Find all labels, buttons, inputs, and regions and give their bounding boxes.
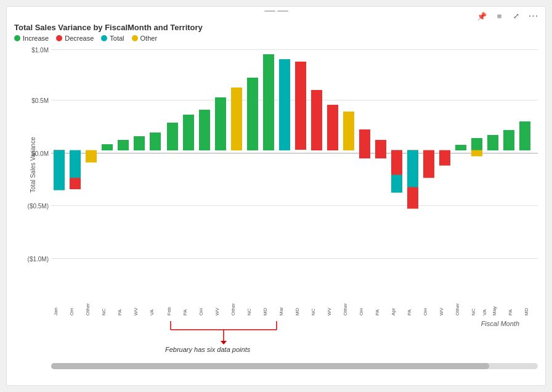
- bars-svg: [51, 44, 538, 285]
- xlabel-pa1: PA: [117, 309, 123, 316]
- y-tick-n1m: ($1.0M): [15, 256, 49, 263]
- drag-handle[interactable]: [264, 10, 288, 12]
- xlabel-va2: VA: [482, 309, 487, 316]
- xlabel-nc3: NC: [310, 308, 316, 316]
- x-labels-svg: Jan OH Other NC PA WV VA Feb PA OH WV Ot…: [51, 285, 538, 319]
- fiscal-month-label: Fiscal Month: [481, 320, 519, 327]
- bar-pa-mar: [375, 140, 386, 158]
- legend-label-decrease: Decrease: [65, 35, 94, 42]
- xlabel-md3: MD: [524, 308, 529, 316]
- xlabel-oh4: OH: [423, 308, 428, 316]
- xlabel-md1: MD: [262, 308, 268, 316]
- bar-nc-mar: [311, 90, 322, 150]
- bar-pa-feb: [183, 115, 194, 150]
- xlabel-nc1: NC: [101, 308, 107, 316]
- xlabel-nc2: NC: [246, 308, 252, 316]
- y-tick-0m: $0.0M: [15, 150, 49, 157]
- y-tick-1m: $1.0M: [15, 47, 49, 54]
- scrollbar-thumb[interactable]: [51, 363, 489, 369]
- arrow-head: [221, 341, 227, 345]
- bar-apr-total: [407, 150, 418, 187]
- feb-annotation-label: February has six data points: [165, 346, 250, 353]
- legend-other: Other: [132, 35, 158, 42]
- bar-jan-total2: [54, 150, 65, 190]
- bar-may: [487, 135, 498, 150]
- xlabel-pa2: PA: [182, 309, 188, 316]
- legend-dot-other: [132, 35, 138, 41]
- xlabel-md2: MD: [294, 308, 300, 316]
- legend-total: Total: [101, 35, 124, 42]
- legend-decrease: Decrease: [56, 35, 94, 42]
- xlabel-jan: Jan: [53, 308, 59, 316]
- bar-md-mar: [295, 62, 306, 150]
- xlabel-apr: Apr: [391, 308, 396, 316]
- pin-icon[interactable]: 📌: [476, 10, 487, 22]
- bar-pa-apr-r: [391, 150, 402, 175]
- legend-dot-decrease: [56, 35, 62, 41]
- xlabel-other4: Other: [455, 303, 460, 316]
- bar-md-feb: [263, 54, 274, 150]
- bar-other-mar: [343, 112, 354, 150]
- legend-dot-total: [101, 35, 107, 41]
- bar-feb: [167, 123, 178, 150]
- legend-label-total: Total: [110, 35, 124, 42]
- legend-label-other: Other: [140, 35, 158, 42]
- xlabel-pa4: PA: [407, 309, 412, 316]
- legend-label-increase: Increase: [23, 35, 49, 42]
- xlabel-oh3: OH: [359, 308, 364, 316]
- xlabel-mar: Mar: [278, 307, 284, 316]
- xlabel-wv1: WV: [133, 307, 139, 316]
- x-axis-labels: Jan OH Other NC PA WV VA Feb PA OH WV Ot…: [51, 285, 538, 319]
- y-axis-label: Total Sales Variance: [30, 137, 36, 192]
- more-icon[interactable]: ···: [528, 10, 539, 22]
- xlabel-wv4: WV: [439, 307, 444, 316]
- bar-nc1: [102, 144, 113, 150]
- bar-other1: [86, 150, 97, 163]
- bar-pa1: [118, 140, 129, 150]
- bar-oh-total: [70, 150, 81, 178]
- top-bar: [7, 10, 545, 12]
- bar-nc-feb: [247, 78, 258, 150]
- chart-inner: $1.0M $0.5M $0.0M ($0.5M) ($1.0M): [51, 44, 538, 285]
- scrollbar-track[interactable]: [51, 363, 538, 369]
- filter-icon[interactable]: ≡: [493, 10, 505, 22]
- xlabel-feb: Feb: [166, 307, 172, 316]
- annotation-area: Fiscal Month February has six data point…: [51, 319, 538, 362]
- xlabel-other2: Other: [230, 303, 236, 316]
- xlabel-other1: Other: [85, 303, 91, 316]
- expand-icon[interactable]: ⤢: [511, 10, 522, 22]
- bar-va1: [150, 133, 161, 150]
- bar-oh-feb: [199, 110, 210, 150]
- bar-wv-apr: [423, 150, 434, 178]
- bar-other-apr: [439, 150, 450, 166]
- bar-wv-mar: [327, 105, 338, 150]
- bar-other-va: [471, 150, 482, 157]
- bar-wv-feb: [215, 97, 226, 150]
- bar-pa-may: [503, 130, 514, 150]
- chart-title: Total Sales Variance by FiscalMonth and …: [14, 23, 538, 32]
- y-tick-05m: $0.5M: [15, 97, 49, 104]
- bar-va-apr: [471, 138, 482, 150]
- y-tick-n05m: ($0.5M): [15, 203, 49, 210]
- top-right-icons: 📌 ≡ ⤢ ···: [476, 10, 539, 22]
- legend-increase: Increase: [14, 35, 49, 42]
- xlabel-oh1: OH: [69, 308, 75, 316]
- bar-oh-mar: [359, 129, 370, 158]
- bar-md-may: [519, 121, 530, 150]
- xlabel-wv3: WV: [327, 307, 332, 316]
- bar-nc-apr: [455, 145, 466, 150]
- xlabel-may: May: [492, 306, 497, 316]
- legend-dot-increase: [14, 35, 20, 41]
- xlabel-wv2: WV: [214, 307, 220, 316]
- xlabel-va1: VA: [149, 309, 155, 316]
- xlabel-pa5: PA: [508, 309, 513, 316]
- xlabel-other3: Other: [343, 303, 348, 316]
- xlabel-pa3: PA: [375, 309, 380, 316]
- bar-other-feb: [231, 88, 242, 150]
- bar-wv1: [134, 136, 145, 150]
- bar-mar: [279, 59, 290, 150]
- xlabel-oh2: OH: [198, 308, 204, 316]
- legend: Increase Decrease Total Other: [14, 35, 538, 42]
- xlabel-nc4: NC: [471, 308, 476, 316]
- card: 📌 ≡ ⤢ ··· Total Sales Variance by Fiscal…: [6, 6, 546, 386]
